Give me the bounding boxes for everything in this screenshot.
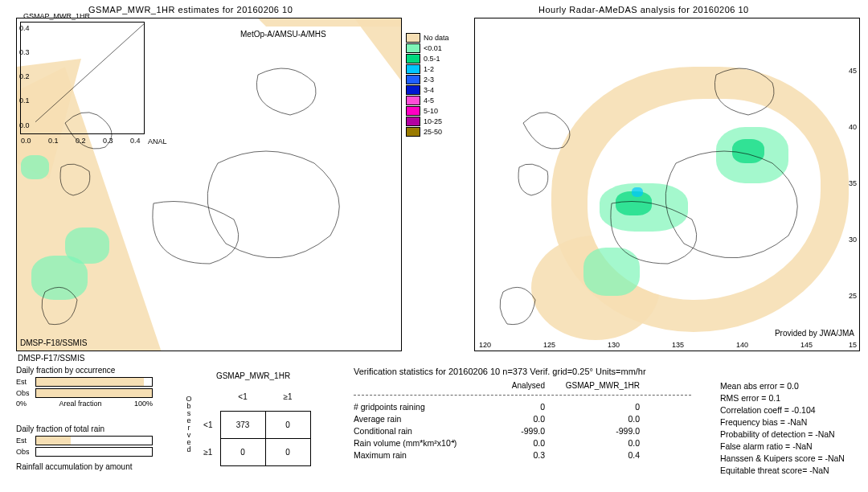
verif-row: Rain volume (mm*km²x10⁴)0.00.0: [354, 437, 691, 449]
inset-ytick: 0.0: [19, 121, 30, 129]
verif-row-label: Maximum rain: [354, 450, 482, 460]
legend-label: 0.5-1: [424, 55, 440, 63]
legend-label: 4-5: [424, 96, 434, 105]
legend-swatch: [406, 117, 420, 126]
verif-row-analysed: 0: [497, 402, 545, 412]
lat-tick: 35: [849, 179, 857, 187]
inset-ytick: 0.3: [19, 48, 30, 56]
legend-swatch: [406, 127, 420, 137]
lat-tick: 45: [849, 67, 857, 75]
contingency-block: GSMAP_MWR_1HR Observed <1 ≥1 <1 373 0 ≥1…: [185, 371, 321, 466]
verif-row-label: # gridpoints raining: [354, 402, 482, 412]
legend-label: 10-25: [424, 117, 442, 125]
bar-label-obs: Obs: [16, 389, 35, 397]
lat-tick: 40: [849, 123, 857, 131]
inset-xtick: 0.3: [103, 137, 113, 145]
verif-stat-text: Correlation coeff = -0.104: [720, 405, 816, 415]
verification-title: Verification statistics for 20160206 10 …: [354, 367, 868, 376]
coastline: [475, 18, 859, 351]
verif-stat-text: RMS error = 0.1: [720, 393, 780, 403]
legend-row: 3-4: [406, 84, 449, 95]
fraction-totalrain: Daily fraction of total rain Est Obs Rai…: [16, 424, 153, 473]
legend-swatch: [406, 96, 420, 105]
legend-label: <0.01: [424, 44, 442, 52]
axis-left: 0%: [16, 400, 27, 408]
legend: No data<0.010.5-11-22-33-44-55-1010-2525…: [406, 32, 449, 137]
contingency-table: <1 ≥1 <1 373 0 ≥1 0 0: [196, 383, 311, 466]
cont-row-lt: <1: [196, 411, 220, 438]
verif-row-gsmap: 0.0: [559, 414, 640, 424]
inset-xtick: 0.2: [76, 137, 86, 145]
legend-row: 5-10: [406, 105, 449, 116]
verif-row-gsmap: 0.0: [559, 438, 640, 448]
verif-col-header: Analysed: [497, 381, 545, 390]
verif-right-col: Mean abs error = 0.0RMS error = 0.1Corre…: [720, 379, 845, 476]
axis-right: 100%: [134, 400, 153, 408]
legend-row: 2-3: [406, 74, 449, 84]
verif-stat-row: RMS error = 0.1: [720, 392, 845, 404]
verif-row-gsmap: 0.4: [559, 450, 640, 460]
verif-row-label: Rain volume (mm*km²x10⁴): [354, 438, 482, 448]
verif-stat-text: Hanssen & Kuipers score = -NaN: [720, 453, 845, 463]
inset-ytick: 0.2: [19, 72, 30, 80]
fraction-occurrence-title: Daily fraction by occurrence: [16, 366, 153, 375]
bar-fill: [36, 437, 71, 445]
bar-label-est: Est: [16, 378, 35, 386]
inset-ytick: 0.1: [19, 96, 30, 105]
sat-label-dmsp17: DMSP-F17/SSMIS: [18, 354, 84, 363]
bar-fill: [36, 378, 144, 386]
lat-tick: 25: [849, 292, 857, 300]
legend-label: No data: [424, 34, 449, 42]
legend-label: 3-4: [424, 86, 434, 94]
verif-row-label: Conditional rain: [354, 426, 482, 436]
legend-swatch: [406, 54, 420, 64]
lon-tick: 145: [800, 341, 813, 349]
verif-stat-row: Probability of detection = -NaN: [720, 428, 845, 440]
fraction-accum-title: Rainfall accumulation by amount: [16, 462, 153, 471]
contingency-title: GSMAP_MWR_1HR: [185, 371, 321, 380]
verification-block: Verification statistics for 20160206 10 …: [354, 367, 868, 476]
lon-tick: 140: [736, 341, 748, 349]
legend-row: 1-2: [406, 64, 449, 74]
fraction-occurrence: Daily fraction by occurrence Est Obs 0% …: [16, 366, 153, 408]
verif-stat-row: Frequency bias = -NaN: [720, 416, 845, 428]
cont-cell: 0: [265, 438, 310, 465]
sat-label-dmsp18: DMSP-F18/SSMIS: [20, 338, 87, 347]
legend-label: 1-2: [424, 65, 434, 73]
verif-stat-text: Frequency bias = -NaN: [720, 417, 807, 427]
left-map-title: GSMAP_MWR_1HR estimates for 20160206 10: [88, 5, 293, 14]
verif-stat-row: Hanssen & Kuipers score = -NaN: [720, 452, 845, 464]
lon-tick: 120: [479, 341, 491, 349]
legend-swatch: [406, 64, 420, 74]
inset-diagonal: [21, 23, 144, 133]
left-map: GSMAP_MWR_1HR 0.4 0.3 0.2 0.1 0.0 0.0 0.…: [16, 18, 402, 351]
verif-row-gsmap: 0: [559, 402, 640, 412]
legend-row: 0.5-1: [406, 53, 449, 64]
verif-row-analysed: -999.0: [497, 426, 545, 436]
verif-left-col: Analysed GSMAP_MWR_1HR # gridpoints rain…: [354, 379, 691, 476]
verif-row-analysed: 0.3: [497, 450, 545, 460]
observed-vertical: Observed: [185, 396, 193, 453]
verif-stat-text: Probability of detection = -NaN: [720, 429, 835, 439]
verif-stat-row: Equitable threat score= -NaN: [720, 464, 845, 476]
legend-label: 2-3: [424, 76, 434, 84]
inset-caption: ANAL: [148, 137, 167, 146]
cont-cell: 0: [265, 411, 310, 438]
sat-label-metop: MetOp-A/AMSU-A/MHS: [240, 30, 326, 39]
right-map: 120 125 130 135 140 145 15 45 40 35 30 2…: [474, 18, 860, 351]
inset-xtick: 0.1: [48, 137, 59, 145]
legend-swatch: [406, 33, 420, 43]
bar-label-obs: Obs: [16, 448, 35, 456]
cont-col-ge: ≥1: [265, 383, 310, 411]
verif-row-analysed: 0.0: [497, 438, 545, 448]
cont-col-lt: <1: [220, 383, 265, 411]
lon-tick: 130: [608, 341, 620, 349]
legend-swatch: [406, 85, 420, 95]
fraction-totalrain-title: Daily fraction of total rain: [16, 424, 153, 433]
bar-track: [35, 377, 153, 387]
legend-swatch: [406, 106, 420, 116]
verif-stat-row: Correlation coeff = -0.104: [720, 404, 845, 416]
verif-stat-text: Equitable threat score= -NaN: [720, 465, 829, 475]
inset-xtick: 0.4: [130, 137, 141, 145]
verif-stat-row: Mean abs error = 0.0: [720, 379, 845, 392]
